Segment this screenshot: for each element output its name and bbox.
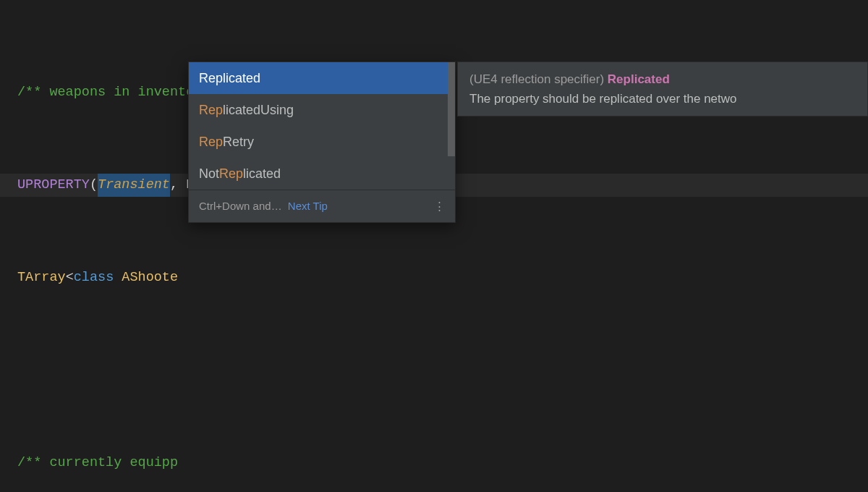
autocomplete-hint: Ctrl+Down and… bbox=[199, 200, 282, 212]
autocomplete-popup[interactable]: Replicated ReplicatedUsing RepRetry NotR… bbox=[188, 62, 456, 223]
kebab-icon[interactable]: ⋮ bbox=[434, 204, 445, 208]
doc-body: The property should be replicated over t… bbox=[469, 89, 856, 109]
macro: UPROPERTY bbox=[17, 177, 90, 192]
autocomplete-item-notreplicated[interactable]: NotReplicated bbox=[189, 158, 455, 190]
autocomplete-item-repretry[interactable]: RepRetry bbox=[189, 126, 455, 158]
autocomplete-item-replicatedusing[interactable]: ReplicatedUsing bbox=[189, 94, 455, 126]
doc-kind: (UE4 reflection specifier) bbox=[469, 72, 608, 86]
popup-scrollbar[interactable] bbox=[448, 62, 455, 156]
autocomplete-item-replicated[interactable]: Replicated bbox=[189, 62, 455, 94]
autocomplete-footer: Ctrl+Down and… Next Tip ⋮ bbox=[189, 190, 455, 222]
doc-name: Replicated bbox=[608, 72, 670, 86]
selection-highlight: Transient bbox=[98, 174, 170, 197]
next-tip-link[interactable]: Next Tip bbox=[288, 200, 328, 212]
doc-tooltip: (UE4 reflection specifier) Replicated Th… bbox=[457, 62, 868, 116]
